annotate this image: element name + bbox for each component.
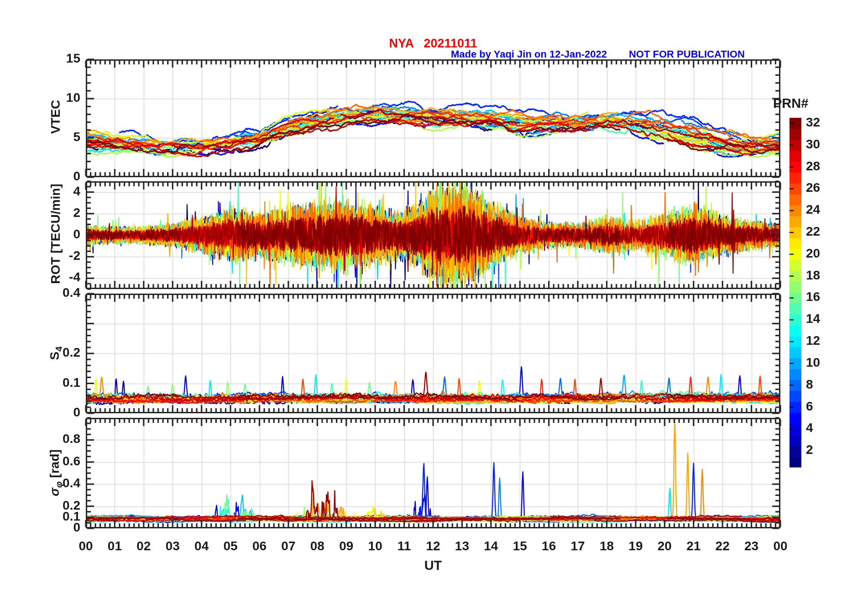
- colorbar-tick-label: 28: [806, 160, 838, 173]
- y-axis-label-main: VTEC: [48, 100, 63, 134]
- y-tick-label-rot: 2: [0, 206, 80, 219]
- colorbar-tick-label: 14: [806, 312, 838, 325]
- y-axis-label-sub: φ: [54, 481, 64, 488]
- colorbar-tick-label: 4: [806, 421, 838, 434]
- y-axis-label-vtec: VTEC: [49, 48, 62, 185]
- colorbar-tick-label: 12: [806, 334, 838, 347]
- credit-line: Made by Yaqi Jin on 12-Jan-2022NOT FOR P…: [451, 49, 745, 59]
- y-tick-label-rot: -4: [0, 271, 80, 284]
- y-tick-label-sigma_phi: 0.6: [0, 455, 80, 468]
- colorbar-tick-label: 30: [806, 138, 838, 151]
- y-tick-label-vtec: 10: [0, 91, 80, 104]
- plot-canvas: [0, 0, 868, 590]
- y-axis-label-rot: ROT [TECU/min]: [49, 165, 62, 302]
- colorbar-tick-label: 10: [806, 356, 838, 369]
- y-tick-label-s4: 0.2: [0, 346, 80, 359]
- y-tick-label-rot: 0: [0, 228, 80, 241]
- colorbar-tick-label: 16: [806, 290, 838, 303]
- y-tick-label-sigma_phi: 0: [0, 521, 80, 534]
- y-axis-label-s4: S4: [48, 285, 63, 422]
- colorbar-title: PRN#: [773, 97, 808, 110]
- chart-page: NYA 20211011 Made by Yaqi Jin on 12-Jan-…: [0, 0, 868, 590]
- colorbar-tick-label: 24: [806, 203, 838, 216]
- y-tick-label-vtec: 15: [0, 52, 80, 65]
- colorbar-tick-label: 20: [806, 247, 838, 260]
- colorbar-tick-label: 2: [806, 443, 838, 456]
- colorbar-tick-label: 22: [806, 225, 838, 238]
- colorbar-tick-label: 26: [806, 181, 838, 194]
- y-tick-label-vtec: 5: [0, 131, 80, 143]
- y-tick-label-s4: 0.4: [0, 286, 80, 299]
- y-tick-label-s4: 0: [0, 406, 80, 419]
- y-tick-label-rot: -2: [0, 249, 80, 262]
- colorbar-tick-label: 6: [806, 400, 838, 413]
- y-axis-label-main: σ: [47, 488, 62, 496]
- y-axis-label-unit: [rad]: [47, 449, 62, 481]
- y-axis-label-main: ROT [TECU/min]: [48, 184, 63, 284]
- chart-title: NYA 20211011: [389, 37, 477, 50]
- colorbar-tick-label: 32: [806, 116, 838, 129]
- y-tick-label-vtec: 0: [0, 170, 80, 183]
- y-axis-label-sigma_phi: σφ [rad]: [48, 405, 63, 542]
- credit-not-for-publication: NOT FOR PUBLICATION: [629, 48, 745, 60]
- x-tick-label: 00: [760, 540, 801, 553]
- y-axis-label-sub: 4: [54, 347, 64, 352]
- credit-made-by: Made by Yaqi Jin on 12-Jan-2022: [451, 48, 607, 60]
- colorbar-tick-label: 18: [806, 269, 838, 282]
- y-axis-label-main: S: [47, 352, 62, 360]
- y-tick-label-sigma_phi: 0.4: [0, 477, 80, 490]
- y-tick-label-s4: 0.1: [0, 376, 80, 389]
- y-tick-label-sigma_phi: 0.8: [0, 432, 80, 445]
- y-tick-label-rot: 4: [0, 185, 80, 198]
- colorbar-tick-label: 8: [806, 378, 838, 391]
- x-axis-label: UT: [413, 559, 454, 572]
